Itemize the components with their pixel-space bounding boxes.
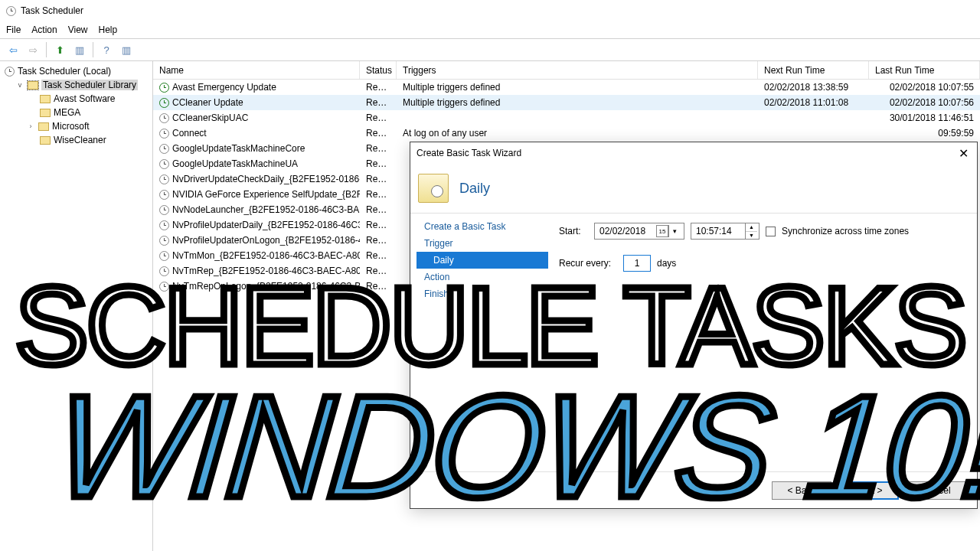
calendar-icon[interactable]: 15 [656,225,668,237]
task-icon [159,159,169,169]
close-button[interactable]: ✕ [956,146,971,161]
back-button[interactable]: ⇦ [5,41,21,58]
recur-unit: days [657,258,676,269]
task-icon [159,236,169,246]
task-name: NvProfileUpdaterDaily_{B2FE1952-0186-46C… [172,220,360,230]
step-daily[interactable]: Daily [416,252,548,269]
next-button[interactable]: Next > [839,481,899,500]
task-name: NvTmRep_{B2FE1952-0186-46C3-BAEC-A80AA35… [172,266,360,276]
tree-library-label: Task Scheduler Library [41,80,138,90]
tree-library[interactable]: v Task Scheduler Library [3,78,149,92]
task-status: Ready [360,112,397,123]
task-name: NVIDIA GeForce Experience SelfUpdate_{B2… [172,189,360,200]
step-create-task[interactable]: Create a Basic Task [416,218,548,235]
wizard-icon [418,174,449,203]
task-icon [159,205,169,215]
col-name[interactable]: Name [153,61,360,79]
sync-label: Synchronize across time zones [782,226,909,236]
task-row[interactable]: CCleanerSkipUACReady30/01/2018 11:46:51 [153,110,980,126]
window-title: Task Scheduler [21,5,83,16]
task-next-run: 02/02/2018 13:38:59 [758,82,869,93]
task-name: NvTmMon_{B2FE1952-0186-46C3-BAEC-A80AA35… [172,250,360,261]
task-icon [159,98,169,108]
task-triggers: At log on of any user [397,128,758,139]
recur-input[interactable]: 1 [623,255,651,272]
task-status: Ready [360,204,397,215]
task-name: NvNodeLauncher_{B2FE1952-0186-46C3-BAEC-… [172,204,360,215]
up-button[interactable]: ⬆ [51,41,68,58]
back-button[interactable]: < Back [772,481,831,500]
task-icon [159,251,169,261]
task-triggers: Multiple triggers defined [397,97,758,108]
step-trigger[interactable]: Trigger [416,235,548,252]
start-date-value: 02/02/2018 [599,226,645,236]
spinner-icon[interactable]: ▲▼ [745,223,757,239]
task-last-run: 02/02/2018 10:07:56 [869,97,980,108]
toolbar: ⇦ ⇨ ⬆ ▥ ? ▥ [0,38,980,61]
tree-root[interactable]: Task Scheduler (Local) [3,64,149,78]
task-status: Ready [360,250,397,261]
sync-checkbox[interactable] [766,227,776,236]
col-status[interactable]: Status [360,61,397,79]
task-status: Ready [360,281,397,292]
folder-icon [38,122,49,131]
menu-action[interactable]: Action [31,24,57,35]
panel-button-2[interactable]: ▥ [118,41,135,58]
task-name: GoogleUpdateTaskMachineCore [172,143,305,154]
separator-icon [46,42,47,57]
task-row[interactable]: CCleaner UpdateReadyMultiple triggers de… [153,95,980,110]
help-button[interactable]: ? [98,41,115,58]
folder-icon [40,109,51,117]
tree-item[interactable]: Avast Software [3,92,149,106]
task-icon [159,190,169,200]
tree-item[interactable]: WiseCleaner [3,133,149,147]
task-row[interactable]: ConnectReadyAt log on of any user09:59:5… [153,126,980,141]
start-label: Start: [559,226,588,236]
step-finish[interactable]: Finish [416,285,548,302]
task-status: Ready [360,189,397,200]
menu-file[interactable]: File [6,24,21,35]
task-status: Ready [360,235,397,246]
task-status: Ready [360,82,397,93]
task-icon [159,129,169,139]
tree-panel: Task Scheduler (Local) v Task Scheduler … [0,61,153,551]
menu-view[interactable]: View [68,24,88,35]
task-name: NvDriverUpdateCheckDaily_{B2FE1952-0186-… [172,174,360,184]
tree-item[interactable]: MEGA [3,106,149,119]
col-triggers[interactable]: Triggers [397,61,758,79]
task-name: CCleaner Update [172,97,243,108]
task-name: NvProfileUpdaterOnLogon_{B2FE1952-0186-4… [172,235,360,246]
start-time-value: 10:57:14 [696,226,732,236]
dropdown-icon[interactable]: ▾ [668,225,681,237]
recur-label: Recur every: [559,258,617,269]
task-last-run: 02/02/2018 10:07:55 [869,82,980,93]
task-status: Ready [360,143,397,154]
tree-item-label: Microsoft [52,121,90,132]
task-name: Avast Emergency Update [172,82,276,93]
col-last-run[interactable]: Last Run Time [869,61,980,79]
tree-item-label: Avast Software [54,93,115,104]
step-action[interactable]: Action [416,269,548,285]
scheduler-icon [5,67,15,77]
start-time-input[interactable]: 10:57:14 ▲▼ [691,223,760,240]
wizard-title: Create Basic Task Wizard [416,148,521,158]
task-icon [159,144,169,154]
start-date-input[interactable]: 02/02/2018 15 ▾ [594,223,684,240]
col-next-run[interactable]: Next Run Time [758,61,869,79]
task-status: Ready [360,97,397,108]
task-row[interactable]: Avast Emergency UpdateReadyMultiple trig… [153,80,980,95]
folder-icon [28,81,38,90]
cancel-button[interactable]: Cancel [906,481,966,500]
task-name: GoogleUpdateTaskMachineUA [172,158,298,169]
wizard-heading: Daily [459,181,490,197]
task-status: Ready [360,128,397,139]
task-icon [159,220,169,230]
expand-icon[interactable]: v [15,81,24,89]
expand-icon[interactable]: › [26,122,35,130]
tree-item-label: WiseCleaner [54,135,106,145]
task-name: Connect [172,128,207,139]
tree-item[interactable]: ›Microsoft [3,119,149,133]
panel-button-1[interactable]: ▥ [71,41,88,58]
menu-help[interactable]: Help [99,24,118,35]
forward-button[interactable]: ⇨ [24,41,41,58]
